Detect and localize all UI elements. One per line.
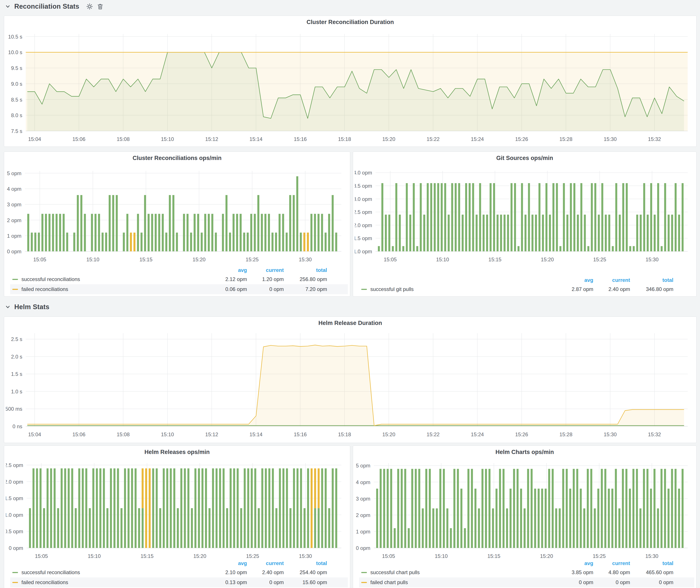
gear-icon[interactable] (86, 3, 93, 10)
panel-cluster-reconciliation-duration: Cluster Reconciliation Duration 15:0415:… (4, 16, 697, 147)
bar-plot[interactable]: 15:0515:1015:1515:2015:2515:300 opm1 opm… (355, 457, 693, 561)
svg-text:15:18: 15:18 (338, 136, 351, 142)
legend-row[interactable]: successful reconciliations 2.12 opm 1.20… (10, 274, 348, 284)
series-label[interactable]: successful chart pulls (370, 569, 420, 575)
svg-text:15:22: 15:22 (427, 431, 440, 437)
legend-col-avg[interactable]: avg (210, 560, 247, 566)
legend-col-avg[interactable]: avg (556, 560, 593, 566)
svg-text:15:26: 15:26 (515, 431, 528, 437)
legend-col-total[interactable]: total (284, 560, 327, 566)
section-title[interactable]: Helm Stats (14, 303, 49, 311)
series-label[interactable]: successful git pulls (370, 286, 414, 292)
svg-text:9.5 s: 9.5 s (11, 65, 22, 71)
svg-text:1.0 opm: 1.0 opm (6, 512, 23, 518)
svg-text:15:10: 15:10 (436, 257, 449, 262)
legend-col-total[interactable]: total (630, 560, 673, 566)
series-total: 346.80 opm (630, 286, 673, 292)
panel-title[interactable]: Cluster Reconciliation Duration (4, 19, 696, 26)
series-current: 2.40 opm (593, 286, 630, 292)
chevron-down-icon[interactable] (5, 4, 10, 9)
svg-text:15:26: 15:26 (515, 136, 528, 142)
legend-col-total[interactable]: total (284, 267, 327, 273)
svg-text:15:16: 15:16 (294, 136, 307, 142)
series-current: 0 opm (247, 579, 284, 585)
svg-text:15:10: 15:10 (161, 431, 174, 437)
legend: avg current total successful reconciliat… (10, 559, 348, 587)
svg-text:15:20: 15:20 (541, 257, 554, 262)
svg-text:15:30: 15:30 (299, 257, 312, 262)
panel-git-sources-opm: Git Sources ops/min 15:0515:1015:1515:20… (353, 152, 697, 297)
series-label[interactable]: failed chart pulls (370, 579, 408, 585)
panel-title[interactable]: Git Sources ops/min (353, 155, 696, 162)
svg-text:4.0 opm: 4.0 opm (355, 170, 372, 176)
bar-plot[interactable]: 15:0515:1015:1515:2015:2515:300 opm0.5 o… (6, 457, 347, 561)
series-current: 0 opm (247, 286, 284, 292)
svg-text:15:24: 15:24 (471, 431, 484, 437)
time-series-plot[interactable]: 15:0415:0615:0815:1015:1215:1415:1615:18… (6, 328, 693, 440)
svg-text:15:06: 15:06 (72, 136, 85, 142)
series-label[interactable]: failed reconciliations (21, 286, 68, 292)
legend-row[interactable]: failed chart pulls 0 opm 0 opm 0 opm (359, 577, 694, 587)
panel-cluster-reconciliations-opm: Cluster Reconciliations ops/min 15:0515:… (4, 152, 350, 297)
svg-text:1 opm: 1 opm (7, 233, 21, 239)
legend-row[interactable]: failed reconciliations 0.13 opm 0 opm 15… (10, 577, 348, 587)
svg-text:2.0 opm: 2.0 opm (6, 479, 23, 485)
svg-text:0.5 opm: 0.5 opm (6, 528, 23, 534)
legend-row[interactable]: successful reconciliations 2.10 opm 2.40… (10, 567, 348, 577)
legend-row[interactable]: successful chart pulls 3.85 opm 4.80 opm… (359, 567, 694, 577)
svg-text:15:12: 15:12 (205, 431, 218, 437)
series-total: 256.80 opm (284, 276, 327, 282)
svg-text:15:05: 15:05 (33, 257, 46, 262)
series-label[interactable]: successful reconciliations (21, 569, 80, 575)
legend-col-avg[interactable]: avg (210, 267, 247, 273)
svg-text:15:15: 15:15 (140, 553, 153, 559)
series-label[interactable]: successful reconciliations (21, 276, 80, 282)
svg-text:15:20: 15:20 (193, 553, 206, 559)
section-title[interactable]: Reconciliation Stats (14, 3, 79, 10)
section-header-reconciliation-stats[interactable]: Reconciliation Stats (5, 3, 103, 10)
svg-text:2.5 opm: 2.5 opm (6, 462, 23, 468)
legend: avg current total successful reconciliat… (10, 266, 348, 294)
series-avg: 2.87 opm (556, 286, 593, 292)
legend-col-avg[interactable]: avg (556, 277, 593, 283)
svg-text:15:32: 15:32 (648, 136, 661, 142)
panel-helm-releases-opm: Helm Releases ops/min 15:0515:1015:1515:… (4, 446, 350, 588)
series-current: 1.20 opm (247, 276, 284, 282)
svg-text:15:25: 15:25 (593, 553, 606, 559)
svg-text:0 opm: 0 opm (356, 545, 370, 551)
series-avg: 3.85 opm (556, 569, 593, 575)
legend-col-current[interactable]: current (247, 560, 284, 566)
legend-col-current[interactable]: current (593, 560, 630, 566)
svg-text:15:15: 15:15 (139, 257, 152, 262)
svg-text:4 opm: 4 opm (7, 186, 21, 192)
svg-text:2 opm: 2 opm (7, 217, 21, 223)
svg-text:15:08: 15:08 (117, 431, 130, 437)
svg-text:9.0 s: 9.0 s (11, 81, 22, 87)
bar-plot[interactable]: 15:0515:1015:1515:2015:2515:301.0 opm1.5… (355, 164, 693, 264)
svg-text:0 opm: 0 opm (7, 249, 21, 254)
panel-title[interactable]: Helm Release Duration (4, 320, 696, 326)
legend-col-current[interactable]: current (247, 267, 284, 273)
legend-row[interactable]: successful git pulls 2.87 opm 2.40 opm 3… (359, 284, 694, 294)
legend-col-total[interactable]: total (630, 277, 673, 283)
panel-helm-release-duration: Helm Release Duration 15:0415:0615:0815:… (4, 317, 697, 443)
legend-row[interactable]: failed reconciliations 0.06 opm 0 opm 7.… (10, 284, 348, 294)
panel-title[interactable]: Helm Releases ops/min (4, 449, 350, 456)
time-series-plot[interactable]: 15:0415:0615:0815:1015:1215:1415:1615:18… (6, 27, 693, 144)
trash-icon[interactable] (97, 3, 103, 10)
svg-text:15:20: 15:20 (193, 257, 206, 262)
legend: avg current total successful chart pulls… (359, 559, 694, 587)
panel-title[interactable]: Helm Charts ops/min (353, 449, 696, 456)
legend: avg current total successful git pulls 2… (359, 276, 694, 294)
chevron-down-icon[interactable] (5, 304, 10, 310)
svg-text:4 opm: 4 opm (356, 479, 370, 485)
series-total: 465.60 opm (630, 569, 673, 575)
panel-title[interactable]: Cluster Reconciliations ops/min (4, 155, 350, 162)
svg-text:2.5 opm: 2.5 opm (355, 209, 372, 215)
legend-col-current[interactable]: current (593, 277, 630, 283)
section-header-helm-stats[interactable]: Helm Stats (5, 303, 49, 311)
series-label[interactable]: failed reconciliations (21, 579, 68, 585)
bar-plot[interactable]: 15:0515:1015:1515:2015:2515:300 opm1 opm… (6, 164, 347, 264)
legend-header: avg current total (359, 276, 694, 284)
svg-text:15:28: 15:28 (559, 431, 572, 437)
